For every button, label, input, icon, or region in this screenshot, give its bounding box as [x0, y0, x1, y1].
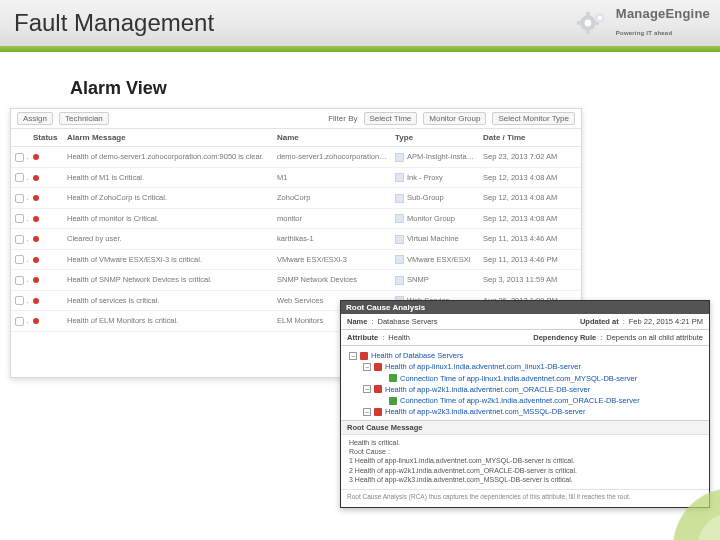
rca-caption: Root Cause Analysis [341, 301, 709, 314]
col-status[interactable]: Status [29, 129, 63, 147]
status-dot [33, 236, 39, 242]
table-row[interactable]: Health of demo-server1.zohocorporation.c… [11, 147, 581, 168]
cell-message: Health of demo-server1.zohocorporation.c… [63, 147, 273, 168]
cell-message: Cleared by user. [63, 229, 273, 250]
svg-rect-2 [586, 11, 589, 15]
cell-type: APM-Insight-Instance [391, 147, 479, 168]
table-row[interactable]: Health of M1 is Critical.M1Ink - ProxySe… [11, 167, 581, 188]
row-checkbox[interactable] [15, 276, 24, 285]
cell-type: SNMP [391, 270, 479, 291]
tree-node[interactable]: −Health of Database Servers [349, 350, 701, 361]
tree-toggle-icon[interactable]: − [363, 363, 371, 371]
table-row[interactable]: Cleared by user.karthikas-1Virtual Machi… [11, 229, 581, 250]
title-bar: Fault Management ManageEngine Powering I… [0, 0, 720, 48]
row-checkbox[interactable] [15, 235, 24, 244]
tree-toggle-icon[interactable]: − [363, 385, 371, 393]
cell-type: VMware ESX/ESXi [391, 249, 479, 270]
cell-type: Virtual Machine [391, 229, 479, 250]
tree-toggle-icon[interactable]: − [363, 408, 371, 416]
col-name[interactable]: Name [273, 129, 391, 147]
gear-icon [576, 10, 610, 36]
svg-point-7 [598, 15, 602, 19]
monitor-type-dropdown[interactable]: Select Monitor Type [492, 112, 575, 125]
svg-rect-3 [586, 29, 589, 33]
table-row[interactable]: Health of monitor is Critical.monitorMon… [11, 208, 581, 229]
tree-toggle-icon[interactable]: − [349, 352, 357, 360]
rca-updated-label: Updated at [580, 317, 619, 326]
status-dot [33, 216, 39, 222]
cell-message: Health of M1 is Critical. [63, 167, 273, 188]
row-checkbox[interactable] [15, 255, 24, 264]
table-row[interactable]: Health of VMware ESX/ESXi-3 is critical.… [11, 249, 581, 270]
row-checkbox[interactable] [15, 317, 24, 326]
rca-attr-value: Health [388, 333, 410, 342]
status-dot [33, 298, 39, 304]
cell-name: M1 [273, 167, 391, 188]
row-checkbox[interactable] [15, 153, 24, 162]
rc-line: Health is critical. [349, 438, 701, 447]
row-checkbox[interactable] [15, 173, 24, 182]
type-icon [395, 255, 404, 264]
cell-message: Health of VMware ESX/ESXi-3 is critical. [63, 249, 273, 270]
rca-rule-label: Dependency Rule [533, 333, 596, 342]
cell-date: Sep 3, 2013 11:59 AM [479, 270, 581, 291]
col-type[interactable]: Type [391, 129, 479, 147]
row-checkbox[interactable] [15, 214, 24, 223]
type-icon [395, 153, 404, 162]
cell-date: Sep 12, 2013 4:08 AM [479, 188, 581, 209]
rc-line: 1 Health of app-linux1.india.adventnet.c… [349, 456, 701, 465]
cell-message: Health of ZohoCorp is Critical. [63, 188, 273, 209]
brand-name: ManageEngine [616, 6, 710, 21]
tree-node[interactable]: −Health of app-linux1.india.adventnet.co… [363, 361, 701, 372]
status-dot [33, 257, 39, 263]
assign-button[interactable]: Assign [17, 112, 53, 125]
tree-node[interactable]: −Health of app-w2k3.india.adventnet.com_… [363, 406, 701, 417]
rca-name-label: Name [347, 317, 367, 326]
tree-node[interactable]: Connection Time of app-w2k1.india.advent… [377, 395, 701, 406]
rca-tree: −Health of Database Servers−Health of ap… [341, 346, 709, 420]
rca-root-cause-heading: Root Cause Message [341, 420, 709, 435]
type-icon [395, 194, 404, 203]
status-dot [33, 175, 39, 181]
monitor-group-dropdown[interactable]: Monitor Group [423, 112, 486, 125]
cell-message: Health of services is critical. [63, 290, 273, 311]
technician-dropdown[interactable]: Technician [59, 112, 109, 125]
cell-name: SNMP Network Devices [273, 270, 391, 291]
cell-name: monitor [273, 208, 391, 229]
col-date[interactable]: Date / Time [479, 129, 581, 147]
tree-node[interactable]: −Health of app-w2k1.india.adventnet.com_… [363, 384, 701, 395]
rca-rule-value: Depends on all child attribute [606, 333, 703, 342]
cell-name: VMware ESX/ESXi-3 [273, 249, 391, 270]
tree-node-label: Health of app-w2k3.india.adventnet.com_M… [385, 406, 586, 417]
cell-message: Health of ELM Monitors is critical. [63, 311, 273, 332]
table-row[interactable]: Health of ZohoCorp is Critical.ZohoCorpS… [11, 188, 581, 209]
row-checkbox[interactable] [15, 296, 24, 305]
section-heading-alarm: Alarm View [70, 78, 167, 99]
row-checkbox[interactable] [15, 194, 24, 203]
tree-node-label: Health of Database Servers [371, 350, 463, 361]
svg-point-1 [584, 19, 591, 26]
health-square-icon [374, 408, 382, 416]
tree-node[interactable]: Connection Time of app-linux1.india.adve… [377, 373, 701, 384]
col-message[interactable]: Alarm Message [63, 129, 273, 147]
type-icon [395, 214, 404, 223]
status-dot [33, 277, 39, 283]
cell-date: Sep 11, 2013 4:46 PM [479, 249, 581, 270]
page-title: Fault Management [14, 9, 214, 37]
rca-attr-label: Attribute [347, 333, 378, 342]
health-square-icon [374, 363, 382, 371]
status-dot [33, 318, 39, 324]
tree-node-label: Connection Time of app-linux1.india.adve… [400, 373, 637, 384]
health-square-icon [389, 374, 397, 382]
page-curl-decor [600, 470, 720, 540]
table-row[interactable]: Health of SNMP Network Devices is critic… [11, 270, 581, 291]
rc-line: Root Cause : [349, 447, 701, 456]
select-time-dropdown[interactable]: Select Time [364, 112, 418, 125]
brand-tagline: Powering IT ahead [616, 30, 672, 36]
health-square-icon [389, 397, 397, 405]
alarm-toolbar: Assign Technician Filter By Select Time … [11, 109, 581, 129]
cell-name: ZohoCorp [273, 188, 391, 209]
cell-type: Monitor Group [391, 208, 479, 229]
health-square-icon [374, 385, 382, 393]
cell-date: Sep 11, 2013 4:46 AM [479, 229, 581, 250]
